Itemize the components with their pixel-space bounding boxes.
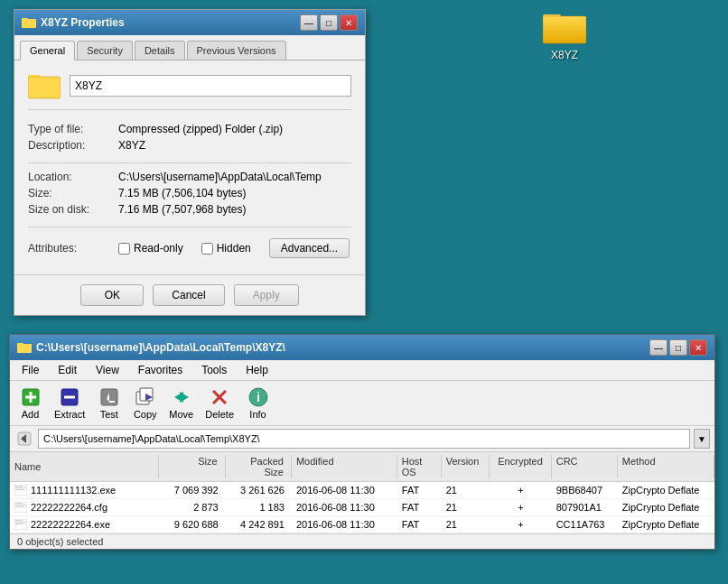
table-row[interactable]: 22222222264.exe 9 620 688 4 242 891 2016… [10, 516, 714, 533]
menu-help[interactable]: Help [238, 362, 275, 378]
col-header-hostos[interactable]: Host OS [397, 455, 442, 478]
menu-favorites[interactable]: Favorites [131, 362, 190, 378]
copy-icon [135, 386, 156, 408]
dialog-titlebar: X8YZ Properties — □ ✕ [14, 10, 365, 35]
attr-checkboxes: Read-only Hidden Advanced... [118, 238, 351, 258]
tb-move-button[interactable]: Move [165, 385, 197, 422]
col-header-encrypted[interactable]: Encrypted [490, 455, 551, 478]
location-label: Location: [28, 171, 118, 183]
col-header-size[interactable]: Size [159, 455, 225, 478]
extract-icon [59, 386, 80, 408]
file-name-cell: 111111111132.exe [10, 484, 159, 496]
fm-title-icon [17, 341, 32, 354]
col-header-packed[interactable]: Packed Size [226, 455, 292, 478]
file-encrypted-cell: + [490, 501, 551, 514]
readonly-checkbox[interactable] [118, 243, 130, 255]
table-row[interactable]: 22222222264.cfg 2 873 1 183 2016-06-08 1… [10, 499, 714, 516]
tb-copy-label: Copy [134, 409, 157, 420]
ok-button[interactable]: OK [80, 284, 144, 306]
size-on-disk-label: Size on disk: [28, 203, 118, 216]
menu-edit[interactable]: Edit [51, 362, 84, 378]
apply-button[interactable]: Apply [234, 284, 299, 306]
fm-titlebar: C:\Users\[username]\AppData\Local\Temp\X… [10, 335, 714, 360]
file-size-cell: 2 873 [159, 501, 225, 514]
file-name-input[interactable] [70, 75, 351, 97]
file-packed-cell: 4 242 891 [226, 518, 292, 531]
menu-view[interactable]: View [89, 362, 126, 378]
tab-security[interactable]: Security [77, 41, 133, 60]
description-row: Description: X8YZ [28, 137, 351, 153]
hidden-checkbox[interactable] [201, 243, 213, 255]
type-label: Type of file: [28, 123, 118, 135]
file-modified-cell: 2016-06-08 11:30 [292, 501, 397, 514]
menu-file[interactable]: File [14, 362, 46, 378]
hidden-label: Hidden [217, 242, 251, 255]
readonly-check[interactable]: Read-only [118, 242, 183, 255]
tab-previous-versions[interactable]: Previous Versions [187, 41, 286, 60]
col-header-crc[interactable]: CRC [552, 455, 618, 478]
fl-header: Name Size Packed Size Modified Host OS V… [10, 452, 714, 482]
advanced-button[interactable]: Advanced... [269, 238, 350, 258]
location-value: C:\Users\[username]\AppData\Local\Temp [118, 171, 351, 183]
file-modified-cell: 2016-06-08 11:30 [292, 484, 397, 496]
address-dropdown-button[interactable]: ▼ [694, 429, 710, 449]
desktop-folder-label: X8YZ [551, 49, 578, 61]
size-on-disk-row: Size on disk: 7.16 MB (7,507,968 bytes) [28, 201, 351, 218]
maximize-button[interactable]: □ [320, 14, 338, 31]
dialog-footer: OK Cancel Apply [14, 274, 365, 315]
svg-rect-33 [15, 489, 24, 490]
tb-move-label: Move [169, 409, 193, 420]
description-value: X8YZ [118, 139, 351, 152]
file-hostos-cell: FAT [397, 484, 442, 496]
tb-add-button[interactable]: Add [14, 385, 46, 422]
file-size-cell: 9 620 688 [159, 518, 225, 531]
fm-close-button[interactable]: ✕ [689, 339, 707, 356]
svg-rect-31 [15, 486, 23, 487]
tb-test-button[interactable]: Test [93, 385, 125, 422]
tb-delete-button[interactable]: Delete [201, 385, 238, 422]
menu-tools[interactable]: Tools [194, 362, 234, 378]
file-crc-cell: CC11A763 [552, 518, 618, 531]
tb-copy-button[interactable]: Copy [129, 385, 161, 422]
file-modified-cell: 2016-06-08 11:30 [292, 518, 397, 531]
attributes-label: Attributes: [28, 242, 118, 255]
info-table: Type of file: Compressed (zipped) Folder… [28, 121, 351, 153]
file-crc-cell: 807901A1 [552, 501, 618, 514]
close-button[interactable]: ✕ [340, 14, 358, 31]
fm-maximize-button[interactable]: □ [669, 339, 687, 356]
fm-minimize-button[interactable]: — [649, 339, 667, 356]
svg-rect-39 [15, 520, 23, 521]
file-name-cell: 22222222264.exe [10, 518, 159, 531]
address-back-button[interactable] [14, 429, 34, 449]
svg-rect-35 [15, 503, 23, 504]
location-row: Location: C:\Users\[username]\AppData\Lo… [28, 169, 351, 185]
type-value: Compressed (zipped) Folder (.zip) [118, 123, 351, 135]
svg-rect-41 [15, 524, 24, 524]
tabs-bar: General Security Details Previous Versio… [14, 35, 365, 60]
desktop-folder[interactable]: X8YZ [533, 9, 596, 61]
file-size-cell: 7 069 392 [159, 484, 225, 496]
table-row[interactable]: 111111111132.exe 7 069 392 3 261 626 201… [10, 482, 714, 499]
svg-rect-2 [543, 16, 586, 43]
folder-icon-large [543, 9, 586, 45]
address-input[interactable] [38, 429, 690, 449]
file-hostos-cell: FAT [397, 501, 442, 514]
cancel-button[interactable]: Cancel [153, 284, 224, 306]
minimize-button[interactable]: — [300, 14, 318, 31]
file-packed-cell: 1 183 [226, 501, 292, 514]
col-header-version[interactable]: Version [442, 455, 490, 478]
tb-extract-button[interactable]: Extract [51, 385, 89, 422]
tb-add-label: Add [22, 409, 40, 420]
col-header-method[interactable]: Method [618, 455, 714, 478]
file-crc-cell: 9BB68407 [552, 484, 618, 496]
svg-rect-40 [15, 522, 26, 523]
type-row: Type of file: Compressed (zipped) Folder… [28, 121, 351, 137]
svg-rect-10 [17, 343, 23, 347]
tab-details[interactable]: Details [135, 41, 185, 60]
col-header-modified[interactable]: Modified [292, 455, 397, 478]
test-icon [98, 386, 120, 408]
col-header-name[interactable]: Name [10, 455, 159, 478]
hidden-check[interactable]: Hidden [201, 242, 251, 255]
tab-general[interactable]: General [20, 41, 75, 60]
tb-info-button[interactable]: i Info [242, 385, 274, 422]
